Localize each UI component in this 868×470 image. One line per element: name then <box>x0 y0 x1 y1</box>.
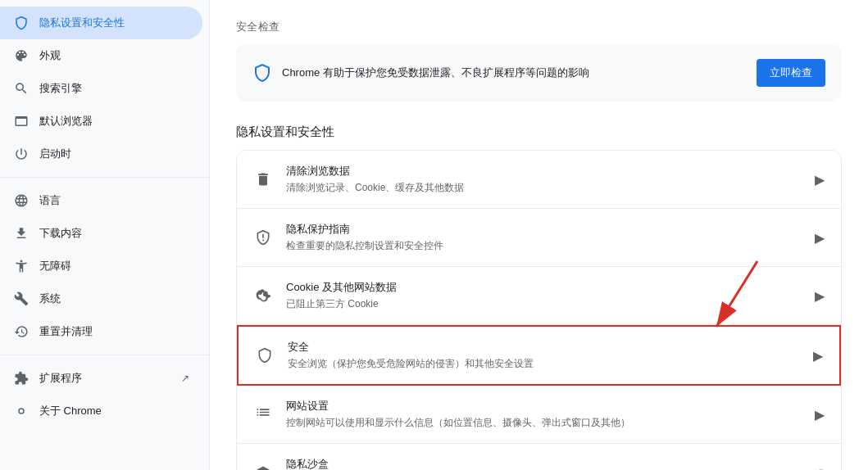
item-title-site-settings: 网站设置 <box>286 399 802 414</box>
item-title-security: 安全 <box>288 340 800 355</box>
item-content-clear-browsing: 清除浏览数据 清除浏览记录、Cookie、缓存及其他数据 <box>286 164 802 195</box>
sidebar-item-startup-label: 启动时 <box>39 147 189 161</box>
item-desc-clear-browsing: 清除浏览记录、Cookie、缓存及其他数据 <box>286 181 802 195</box>
item-title-sandbox: 隐私沙盒 <box>286 457 801 470</box>
settings-list: 清除浏览数据 清除浏览记录、Cookie、缓存及其他数据 ▶ 隐私保护指南 检查… <box>236 150 842 470</box>
shield-icon <box>13 15 30 31</box>
puzzle-icon <box>13 370 30 386</box>
security-item-icon <box>255 346 275 365</box>
sidebar-item-appearance-label: 外观 <box>39 48 189 63</box>
item-desc-privacy-guide: 检查重要的隐私控制设置和安全控件 <box>286 239 802 253</box>
external-link-icon: ↗ <box>181 373 189 384</box>
sidebar: 隐私设置和安全性 外观 搜索引擎 默认浏览器 启 <box>0 0 210 470</box>
sidebar-item-about-label: 关于 Chrome <box>39 404 189 418</box>
settings-item-cookies[interactable]: Cookie 及其他网站数据 已阻止第三方 Cookie ▶ <box>237 267 841 325</box>
main-content: 安全检查 Chrome 有助于保护您免受数据泄露、不良扩展程序等问题的影响 立即… <box>210 0 868 470</box>
sidebar-item-reset-label: 重置并清理 <box>39 324 189 339</box>
sidebar-item-downloads[interactable]: 下载内容 <box>0 217 202 250</box>
item-desc-security: 安全浏览（保护您免受危险网站的侵害）和其他安全设置 <box>288 357 800 371</box>
sidebar-item-accessibility-label: 无障碍 <box>39 259 189 273</box>
accessibility-icon <box>13 258 30 274</box>
chevron-right-icon-5: ▶ <box>815 407 825 423</box>
settings-item-clear-browsing[interactable]: 清除浏览数据 清除浏览记录、Cookie、缓存及其他数据 ▶ <box>237 151 841 209</box>
sidebar-divider-2 <box>0 355 209 355</box>
sidebar-item-browser[interactable]: 默认浏览器 <box>0 105 202 138</box>
item-content-security: 安全 安全浏览（保护您免受危险网站的侵害）和其他安全设置 <box>288 340 800 371</box>
svg-point-1 <box>19 409 24 414</box>
external-link-icon-2: ↗ <box>814 465 825 471</box>
browser-icon <box>13 113 30 129</box>
item-content-site-settings: 网站设置 控制网站可以使用和显示什么信息（如位置信息、摄像头、弹出式窗口及其他） <box>286 399 802 430</box>
sandbox-icon <box>253 463 273 470</box>
chevron-right-icon-2: ▶ <box>815 230 825 246</box>
sidebar-item-extensions-label: 扩展程序 <box>39 371 171 386</box>
power-icon <box>13 146 30 162</box>
chevron-right-icon-4: ▶ <box>813 348 823 364</box>
sidebar-item-browser-label: 默认浏览器 <box>39 114 189 129</box>
sidebar-item-extensions[interactable]: 扩展程序 ↗ <box>0 362 202 395</box>
download-icon <box>13 225 30 242</box>
svg-point-0 <box>20 260 23 263</box>
sidebar-item-about[interactable]: 关于 Chrome <box>0 395 202 427</box>
security-check-text: Chrome 有助于保护您免受数据泄露、不良扩展程序等问题的影响 <box>282 66 747 80</box>
sidebar-item-accessibility[interactable]: 无障碍 <box>0 250 202 282</box>
item-desc-cookies: 已阻止第三方 Cookie <box>286 297 802 311</box>
settings-item-site-settings[interactable]: 网站设置 控制网站可以使用和显示什么信息（如位置信息、摄像头、弹出式窗口及其他）… <box>237 386 841 444</box>
security-check-card: Chrome 有助于保护您免受数据泄露、不良扩展程序等问题的影响 立即检查 <box>236 44 842 102</box>
settings-item-security[interactable]: 安全 安全浏览（保护您免受危险网站的侵害）和其他安全设置 ▶ <box>237 325 841 386</box>
sidebar-item-appearance[interactable]: 外观 <box>0 39 202 72</box>
sidebar-item-reset[interactable]: 重置并清理 <box>0 315 202 348</box>
item-desc-site-settings: 控制网站可以使用和显示什么信息（如位置信息、摄像头、弹出式窗口及其他） <box>286 416 802 430</box>
chevron-right-icon: ▶ <box>815 172 825 188</box>
sidebar-item-language-label: 语言 <box>39 193 189 208</box>
globe-icon <box>13 192 30 209</box>
search-icon <box>13 80 30 97</box>
privacy-section-title: 隐私设置和安全性 <box>236 124 842 140</box>
sidebar-item-search[interactable]: 搜索引擎 <box>0 72 202 105</box>
sidebar-item-startup[interactable]: 启动时 <box>0 138 202 170</box>
sidebar-item-privacy[interactable]: 隐私设置和安全性 <box>0 7 202 39</box>
palette-icon <box>13 47 30 64</box>
cookie-icon <box>253 286 273 305</box>
security-check-button[interactable]: 立即检查 <box>757 59 825 87</box>
security-shield-icon <box>252 63 272 83</box>
sidebar-divider <box>0 177 209 178</box>
site-settings-icon <box>253 404 273 424</box>
item-content-cookies: Cookie 及其他网站数据 已阻止第三方 Cookie <box>286 280 802 311</box>
sidebar-item-search-label: 搜索引擎 <box>39 81 189 96</box>
chevron-right-icon-3: ▶ <box>815 288 825 304</box>
item-content-privacy-guide: 隐私保护指南 检查重要的隐私控制设置和安全控件 <box>286 222 802 253</box>
item-title-privacy-guide: 隐私保护指南 <box>286 222 802 237</box>
item-title-clear-browsing: 清除浏览数据 <box>286 164 802 179</box>
settings-item-privacy-guide[interactable]: 隐私保护指南 检查重要的隐私控制设置和安全控件 ▶ <box>237 209 841 267</box>
item-content-sandbox: 隐私沙盒 试用版功能已开启 <box>286 457 801 470</box>
privacy-guide-icon <box>253 228 273 247</box>
sidebar-item-system[interactable]: 系统 <box>0 282 202 315</box>
sidebar-item-language[interactable]: 语言 <box>0 184 202 217</box>
sidebar-item-downloads-label: 下载内容 <box>39 226 189 241</box>
security-check-title: 安全检查 <box>236 20 842 34</box>
trash-icon <box>253 169 273 189</box>
chrome-icon <box>13 403 30 419</box>
reset-icon <box>13 323 30 340</box>
sidebar-item-privacy-label: 隐私设置和安全性 <box>39 16 189 30</box>
item-title-cookies: Cookie 及其他网站数据 <box>286 280 802 295</box>
settings-item-sandbox[interactable]: 隐私沙盒 试用版功能已开启 ↗ <box>237 444 841 470</box>
sidebar-item-system-label: 系统 <box>39 291 189 306</box>
wrench-icon <box>13 291 30 307</box>
